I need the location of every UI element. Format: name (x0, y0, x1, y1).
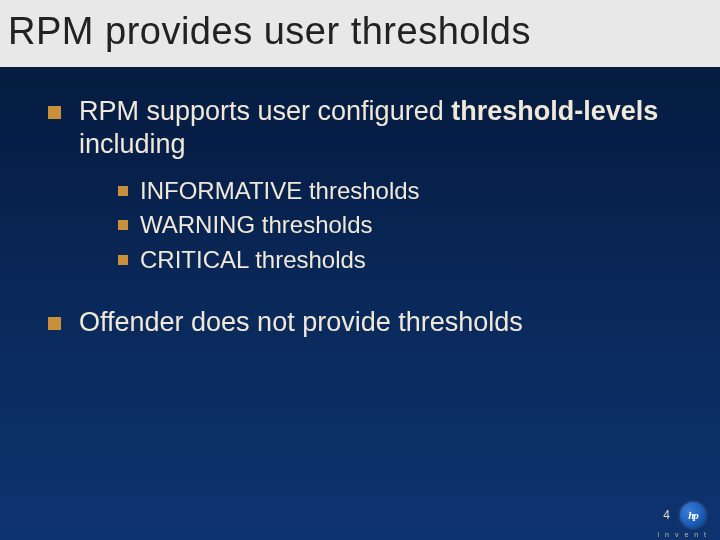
slide: RPM provides user thresholds RPM support… (0, 0, 720, 540)
text-post: including (79, 129, 186, 159)
page-number: 4 (663, 508, 670, 522)
bullet-level2: INFORMATIVE thresholds (118, 175, 680, 207)
bullet-level1: RPM supports user configured threshold-l… (48, 95, 680, 161)
text-pre: RPM supports user configured (79, 96, 451, 126)
text-bold: threshold-levels (451, 96, 658, 126)
bullet-text: CRITICAL thresholds (140, 244, 366, 276)
square-bullet-icon (118, 186, 128, 196)
bullet-text: RPM supports user configured threshold-l… (79, 95, 680, 161)
bullet-level2: CRITICAL thresholds (118, 244, 680, 276)
square-bullet-icon (48, 317, 61, 330)
square-bullet-icon (118, 220, 128, 230)
slide-body: RPM supports user configured threshold-l… (0, 67, 720, 339)
bullet-level2: WARNING thresholds (118, 209, 680, 241)
slide-title: RPM provides user thresholds (0, 0, 720, 67)
square-bullet-icon (48, 106, 61, 119)
sub-bullet-group: INFORMATIVE thresholds WARNING threshold… (118, 175, 680, 276)
slide-footer: 4 hp (663, 502, 706, 528)
logo-text: hp (688, 509, 698, 521)
hp-logo-icon: hp (680, 502, 706, 528)
bullet-text: Offender does not provide thresholds (79, 306, 680, 339)
square-bullet-icon (118, 255, 128, 265)
bullet-text: WARNING thresholds (140, 209, 373, 241)
bullet-level1: Offender does not provide thresholds (48, 306, 680, 339)
logo-tagline: i n v e n t (658, 531, 708, 538)
bullet-text: INFORMATIVE thresholds (140, 175, 420, 207)
